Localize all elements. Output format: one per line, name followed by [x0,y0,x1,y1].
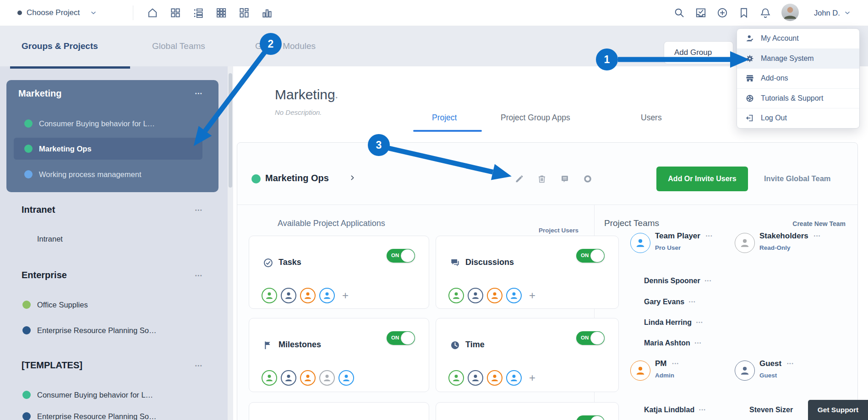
sidebar-item-intranet[interactable]: Intranet [0,233,228,244]
user-avatar-blue[interactable] [506,288,522,303]
user-avatar-slate[interactable] [468,370,483,386]
sidebar-group-card-marketing[interactable]: Marketing•••Consumer Buying behavior for… [6,80,218,192]
add-user-button[interactable]: + [529,370,535,386]
invite-global-team-link[interactable]: Invite Global Team [764,174,830,183]
user-avatar-slate[interactable] [281,370,296,386]
sidebar-group-menu[interactable]: ••• [195,208,203,213]
watch-icon[interactable] [583,174,593,184]
sidebar-group-menu[interactable]: ••• [195,273,203,278]
team-menu[interactable]: ••• [787,361,794,366]
tab-users[interactable]: Users [641,113,662,123]
app-toggle[interactable]: ON [576,331,605,345]
project-users-link[interactable]: Project Users [532,227,579,234]
chevron-down-icon[interactable] [844,9,851,16]
user-avatar-green[interactable] [262,370,277,386]
home-icon[interactable] [147,7,158,19]
user-avatar-green[interactable] [262,288,277,303]
active-tab-underline [10,66,130,69]
user-avatar-orange[interactable] [487,288,502,303]
member-menu[interactable]: ••• [689,300,696,304]
sidebar-item-working-process-management[interactable]: Working process management [6,169,218,180]
tab-project-group-apps[interactable]: Project Group Apps [501,113,570,123]
team-menu[interactable]: ••• [706,234,713,238]
menu-item-log-out[interactable]: Log Out [737,108,859,128]
toggle-knob [401,249,415,262]
team-avatar-stakeholders[interactable] [735,233,755,253]
tab-project[interactable]: Project [432,113,457,123]
app-toggle[interactable]: ON [576,415,605,420]
add-or-invite-users-button[interactable]: Add Or Invite Users [656,167,748,191]
app-toggle[interactable]: ON [387,249,415,263]
add-group-label: Add Group [674,48,712,57]
app-toggle[interactable]: ON [387,331,415,345]
team-avatar-guest[interactable] [735,361,755,381]
user-name[interactable]: John D. [814,0,840,26]
user-avatar-green[interactable] [448,288,464,303]
team-role: Admin [655,372,674,379]
sidebar-item-marketing-ops[interactable]: Marketing Ops [6,143,218,154]
grid-view-icon[interactable] [169,7,181,19]
chevron-down-icon[interactable] [90,9,97,16]
sidebar-item-enterprise-resource-planning-so-[interactable]: Enterprise Resource Planning So… [0,411,228,420]
edit-icon[interactable] [514,174,524,184]
team-menu[interactable]: ••• [672,361,679,366]
user-avatar-green[interactable] [448,370,464,386]
user-avatar-blue[interactable] [506,370,522,386]
get-support-button[interactable]: Get Support [808,400,868,420]
menu-item-my-account[interactable]: My Account [737,29,859,48]
sidebar-group-menu[interactable]: ••• [195,91,203,96]
menu-item-label: Log Out [761,114,787,122]
notes-icon[interactable] [560,174,570,184]
sidebar-item-enterprise-resource-planning-so-[interactable]: Enterprise Resource Planning So… [0,325,228,336]
chevron-right-icon[interactable] [349,174,356,182]
sidebar-group-menu[interactable]: ••• [195,363,203,368]
add-icon[interactable] [716,7,728,19]
my-tasks-icon[interactable] [695,7,707,19]
group-title-menu[interactable]: ••• [330,95,338,100]
choose-project-button[interactable]: Choose Project [27,0,80,26]
user-avatar-blue[interactable] [338,370,354,386]
sidebar-item-label: Office Supplies [37,301,88,309]
app-name: Tasks [278,258,301,267]
user-avatar-orange[interactable] [300,288,316,303]
add-user-button[interactable]: + [529,288,535,303]
user-avatar-gray[interactable] [319,370,335,386]
tab-groups-projects[interactable]: Groups & Projects [22,26,98,66]
sidebar-item-consumer-buying-behavior-for-l-[interactable]: Consumer Buying behavior for L… [6,118,218,129]
member-menu[interactable]: ••• [699,408,706,412]
sidebar-item-consumer-buying-behavior-for-l-[interactable]: Consumer Buying behavior for L… [0,389,228,400]
tab-global-teams[interactable]: Global Teams [152,26,205,66]
avatar[interactable] [781,4,799,21]
bookmarks-icon[interactable] [738,7,750,19]
user-avatar-slate[interactable] [468,288,483,303]
create-new-team-link[interactable]: Create New Team [779,220,846,227]
menu-item-manage-system[interactable]: Manage System [737,48,859,69]
chart-view-icon[interactable] [261,7,273,19]
member-menu[interactable]: ••• [696,320,703,325]
add-group-button[interactable]: Add Group [664,41,733,64]
team-menu[interactable]: ••• [814,234,821,238]
project-name: Marketing Ops [265,173,329,183]
member-menu[interactable]: ••• [705,279,712,283]
member-menu[interactable]: ••• [695,341,702,345]
add-user-button[interactable]: + [342,288,349,303]
delete-icon[interactable] [537,174,547,184]
kanban-view-icon[interactable] [238,7,250,19]
user-avatar-orange[interactable] [487,370,502,386]
team-avatar-team-player[interactable] [630,233,650,253]
notifications-icon[interactable] [759,7,771,19]
menu-item-tutorials-support[interactable]: Tutorials & Support [737,88,859,108]
user-avatar-blue[interactable] [319,288,335,303]
tab-global-modules[interactable]: Global Modules [255,26,316,66]
modules-grid-icon[interactable] [215,7,227,19]
sidebar-item-office-supplies[interactable]: Office Supplies [0,299,228,310]
sidebar-scrollbar-thumb[interactable] [229,73,232,188]
menu-item-add-ons[interactable]: Add-ons [737,68,859,88]
app-toggle[interactable]: ON [576,249,605,263]
logout-icon [745,113,754,123]
search-icon[interactable] [673,7,685,19]
team-avatar-pm[interactable] [630,361,650,381]
list-view-icon[interactable] [192,7,204,19]
user-avatar-slate[interactable] [281,288,296,303]
user-avatar-orange[interactable] [300,370,316,386]
